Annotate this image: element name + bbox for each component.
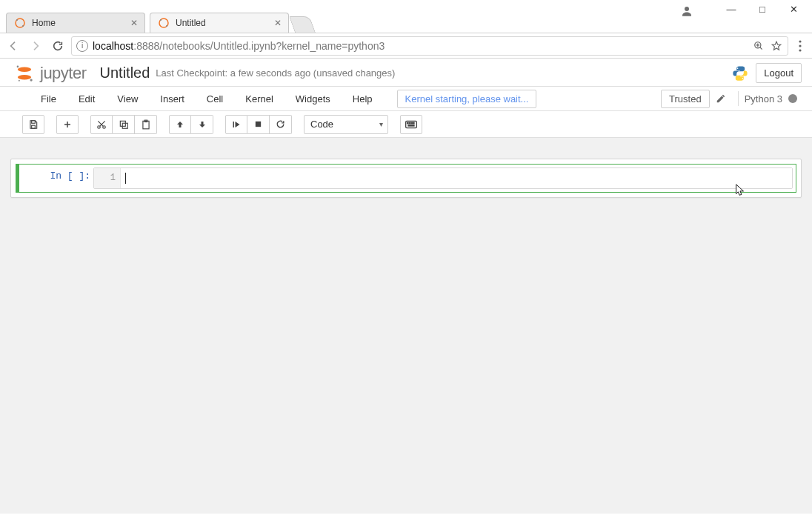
jupyter-favicon-icon <box>14 17 26 29</box>
menu-cell[interactable]: Cell <box>196 88 234 110</box>
svg-point-9 <box>799 44 801 47</box>
svg-point-15 <box>19 79 20 81</box>
notebook-container: In [ ]: 1 <box>10 159 802 198</box>
svg-rect-32 <box>413 122 414 123</box>
browser-menu-icon[interactable] <box>793 39 808 53</box>
forward-icon[interactable] <box>27 37 44 55</box>
svg-point-6 <box>166 25 167 27</box>
svg-point-16 <box>737 67 739 69</box>
omnibox[interactable]: i localhost:8888/notebooks/Untitled.ipyn… <box>71 36 788 56</box>
move-down-button[interactable] <box>191 115 213 134</box>
svg-point-13 <box>17 65 19 67</box>
cell-input-area[interactable]: 1 <box>93 167 793 189</box>
svg-rect-31 <box>411 122 412 123</box>
zoom-icon[interactable] <box>752 39 765 53</box>
toolbar: Code <box>0 111 812 138</box>
svg-point-12 <box>18 74 31 79</box>
logout-button[interactable]: Logout <box>756 63 802 83</box>
run-button[interactable] <box>225 115 247 134</box>
code-cell[interactable]: In [ ]: 1 <box>16 164 796 193</box>
svg-rect-30 <box>409 122 410 123</box>
move-up-button[interactable] <box>169 115 191 134</box>
kernel-status-message: Kernel starting, please wait... <box>397 90 537 108</box>
svg-rect-19 <box>32 125 36 128</box>
profile-icon[interactable] <box>680 4 693 20</box>
cell-type-select[interactable]: Code <box>304 115 388 134</box>
tab-untitled[interactable]: Untitled ✕ <box>150 13 289 33</box>
cell-prompt: In [ ]: <box>19 165 93 192</box>
save-button[interactable] <box>22 115 44 134</box>
trusted-badge[interactable]: Trusted <box>661 90 710 108</box>
new-tab-button[interactable] <box>289 16 316 33</box>
svg-rect-18 <box>32 120 36 123</box>
kernel-name[interactable]: Python 3 <box>745 93 782 104</box>
paste-button[interactable] <box>135 115 157 134</box>
svg-rect-27 <box>256 122 261 127</box>
site-info-icon[interactable]: i <box>76 40 88 52</box>
svg-point-3 <box>22 25 24 27</box>
window-close-icon[interactable]: ✕ <box>788 4 799 14</box>
bookmark-icon[interactable] <box>770 39 783 53</box>
line-number: 1 <box>94 168 121 188</box>
svg-point-11 <box>18 67 31 72</box>
svg-point-2 <box>16 19 18 21</box>
tab-label: Untitled <box>176 18 206 28</box>
menu-kernel[interactable]: Kernel <box>234 88 284 110</box>
menu-help[interactable]: Help <box>342 88 384 110</box>
tab-close-icon[interactable]: ✕ <box>130 19 139 27</box>
menu-widgets[interactable]: Widgets <box>284 88 342 110</box>
brand-text: jupyter <box>40 64 87 83</box>
jupyter-header: jupyter Untitled Last Checkpoint: a few … <box>0 59 812 86</box>
address-bar: i localhost:8888/notebooks/Untitled.ipyn… <box>0 33 812 59</box>
svg-rect-26 <box>233 122 235 127</box>
menu-file[interactable]: File <box>30 88 67 110</box>
menu-insert[interactable]: Insert <box>149 88 196 110</box>
notebook-favicon-icon <box>158 17 170 29</box>
menu-view[interactable]: View <box>106 88 149 110</box>
svg-point-10 <box>799 49 801 51</box>
interrupt-button[interactable] <box>247 115 270 134</box>
notebook-title[interactable]: Untitled <box>100 64 150 82</box>
svg-point-14 <box>30 79 32 81</box>
reload-icon[interactable] <box>49 37 67 55</box>
svg-rect-33 <box>408 125 414 125</box>
copy-button[interactable] <box>113 115 135 134</box>
tab-home[interactable]: Home ✕ <box>6 13 145 33</box>
tab-close-icon[interactable]: ✕ <box>273 19 282 27</box>
svg-point-17 <box>742 78 744 79</box>
restart-button[interactable] <box>270 115 292 134</box>
code-editor[interactable] <box>121 168 792 188</box>
python-logo-icon <box>732 65 748 82</box>
svg-rect-29 <box>407 122 408 123</box>
menu-bar: File Edit View Insert Cell Kernel Widget… <box>0 87 812 111</box>
maximize-icon[interactable]: □ <box>757 4 768 14</box>
checkpoint-text: Last Checkpoint: a few seconds ago (unsa… <box>156 67 395 79</box>
insert-cell-button[interactable] <box>56 115 79 134</box>
command-palette-button[interactable] <box>400 115 422 134</box>
svg-point-5 <box>160 19 162 21</box>
minimize-icon[interactable]: — <box>726 4 736 14</box>
notebook-area: In [ ]: 1 <box>0 138 812 514</box>
tab-label: Home <box>32 18 56 28</box>
svg-point-8 <box>799 40 801 42</box>
jupyter-logo[interactable]: jupyter <box>15 64 87 83</box>
url-text: localhost:8888/notebooks/Untitled.ipynb?… <box>93 40 748 52</box>
edit-icon[interactable] <box>714 92 728 105</box>
svg-point-0 <box>685 7 689 11</box>
cut-button[interactable] <box>90 115 113 134</box>
kernel-indicator-icon <box>788 94 797 103</box>
menu-edit[interactable]: Edit <box>67 88 106 110</box>
back-icon[interactable] <box>4 37 22 55</box>
